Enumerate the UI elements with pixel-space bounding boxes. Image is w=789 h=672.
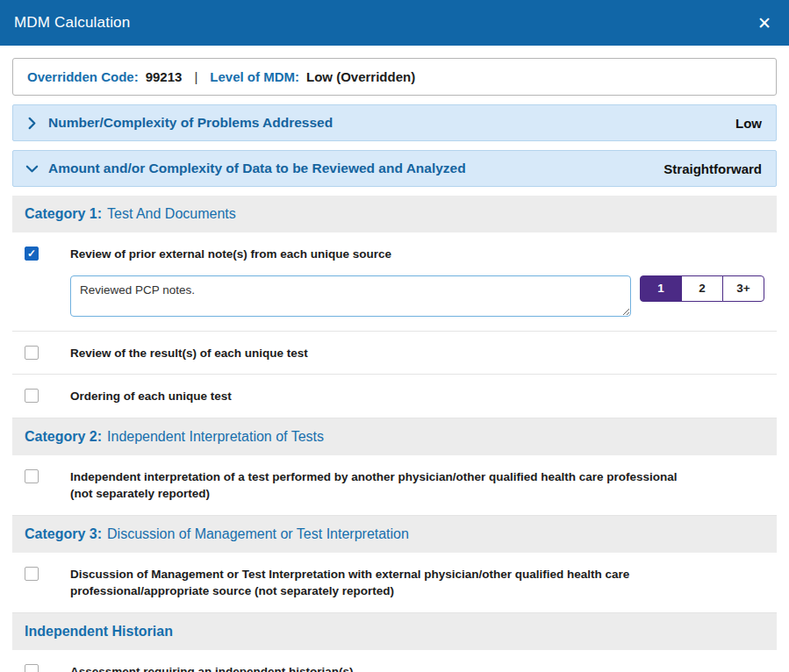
discussion-management-label: Discussion of Management or Test Interpr… bbox=[70, 566, 680, 600]
item-independent-historian: Assessment requiring an independent hist… bbox=[12, 650, 777, 672]
item-review-external-notes: Review of prior external note(s) from ea… bbox=[12, 232, 777, 332]
mdm-level-label: Level of MDM: bbox=[210, 69, 299, 84]
category1-label: Category 1: bbox=[25, 206, 102, 221]
independent-historian-title: Independent Historian bbox=[25, 624, 173, 639]
category3-label: Category 3: bbox=[25, 526, 102, 541]
review-notes-checkbox[interactable] bbox=[25, 247, 39, 261]
ordering-tests-checkbox[interactable] bbox=[25, 389, 39, 403]
section-data-header[interactable]: Amount and/or Complexity of Data to be R… bbox=[12, 150, 777, 187]
item-row: Assessment requiring an independent hist… bbox=[12, 650, 777, 672]
independent-interpretation-label: Independent interpretation of a test per… bbox=[70, 468, 680, 503]
section-data-level: Straightforward bbox=[663, 161, 762, 176]
independent-interpretation-checkbox[interactable] bbox=[25, 469, 39, 483]
review-results-checkbox[interactable] bbox=[25, 346, 39, 360]
section-data-title: Amount and/or Complexity of Data to be R… bbox=[48, 161, 663, 176]
count-1-button[interactable]: 1 bbox=[640, 275, 682, 302]
item-independent-interpretation: Independent interpretation of a test per… bbox=[12, 455, 777, 516]
review-results-label: Review of the result(s) of each unique t… bbox=[70, 345, 308, 362]
dialog-titlebar: MDM Calculation ✕ bbox=[0, 0, 789, 46]
item-row: Review of prior external note(s) from ea… bbox=[12, 232, 777, 275]
item-row: Discussion of Management or Test Interpr… bbox=[12, 553, 777, 612]
mdm-calculation-dialog: MDM Calculation ✕ Overridden Code: 99213… bbox=[0, 0, 789, 672]
note-row: Reviewed PCP notes. 1 2 3+ bbox=[12, 275, 777, 331]
item-ordering-tests: Ordering of each unique test bbox=[12, 375, 777, 418]
item-row: Independent interpretation of a test per… bbox=[12, 455, 777, 515]
note-input[interactable]: Reviewed PCP notes. bbox=[70, 275, 631, 317]
overridden-code-label: Overridden Code: bbox=[27, 69, 139, 84]
count-2-button[interactable]: 2 bbox=[681, 275, 723, 302]
category1-name: Test And Documents bbox=[107, 206, 236, 221]
review-notes-label: Review of prior external note(s) from ea… bbox=[70, 246, 391, 263]
dialog-title: MDM Calculation bbox=[14, 14, 130, 32]
section-problems-level: Low bbox=[735, 116, 762, 131]
category2-name: Independent Interpretation of Tests bbox=[107, 429, 324, 444]
section-problems-title: Number/Complexity of Problems Addressed bbox=[48, 115, 735, 131]
item-row: Ordering of each unique test bbox=[12, 375, 777, 418]
item-review-results: Review of the result(s) of each unique t… bbox=[12, 332, 777, 375]
summary-divider: | bbox=[194, 69, 197, 84]
independent-historian-label: Assessment requiring an independent hist… bbox=[70, 663, 354, 672]
item-discussion-management: Discussion of Management or Test Interpr… bbox=[12, 553, 777, 613]
independent-historian-header: Independent Historian bbox=[12, 613, 777, 650]
data-section-panel: Category 1:Test And Documents Review of … bbox=[12, 196, 777, 672]
item-row: Review of the result(s) of each unique t… bbox=[12, 332, 777, 375]
category3-name: Discussion of Management or Test Interpr… bbox=[107, 526, 409, 541]
section-problems-header[interactable]: Number/Complexity of Problems Addressed … bbox=[12, 104, 777, 141]
category2-header: Category 2:Independent Interpretation of… bbox=[12, 418, 777, 455]
independent-historian-checkbox[interactable] bbox=[25, 664, 39, 672]
ordering-tests-label: Ordering of each unique test bbox=[70, 388, 232, 405]
chevron-down-icon bbox=[25, 161, 39, 175]
count-3plus-button[interactable]: 3+ bbox=[722, 275, 764, 302]
discussion-management-checkbox[interactable] bbox=[25, 567, 39, 581]
chevron-right-icon bbox=[25, 116, 39, 130]
category2-label: Category 2: bbox=[25, 429, 102, 444]
overridden-code-value: 99213 bbox=[146, 69, 183, 84]
close-icon[interactable]: ✕ bbox=[757, 15, 771, 32]
category1-header: Category 1:Test And Documents bbox=[12, 196, 777, 232]
unique-source-count-group: 1 2 3+ bbox=[640, 275, 764, 302]
mdm-level-value: Low (Overridden) bbox=[306, 69, 415, 84]
mdm-summary-bar: Overridden Code: 99213 | Level of MDM: L… bbox=[12, 58, 777, 96]
category3-header: Category 3:Discussion of Management or T… bbox=[12, 516, 777, 553]
